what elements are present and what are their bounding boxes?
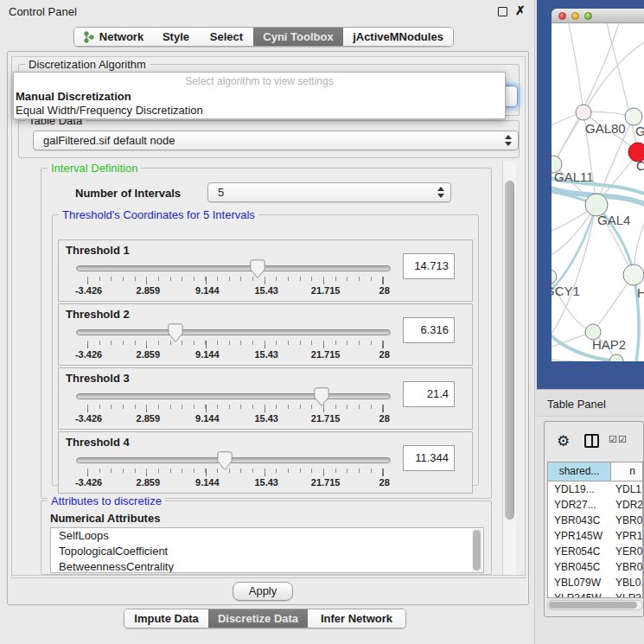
horizontal-scrollbar-thumb[interactable] xyxy=(549,602,637,609)
table-row[interactable]: YLR345WYLR3... xyxy=(548,590,642,598)
tab-style[interactable]: Style xyxy=(152,28,200,46)
node-attribute-table[interactable]: shared... n YDL19...YDL1... YDR27...YDR2… xyxy=(547,462,643,598)
list-item[interactable]: SelfLoops xyxy=(51,528,483,544)
network-window-titlebar[interactable] xyxy=(552,9,644,23)
threshold-label: Threshold 2 xyxy=(66,308,130,321)
threshold-slider[interactable]: -3.426 2.859 9.144 15.43 21.715 28 xyxy=(76,263,391,301)
tab-label: jActiveMNodules xyxy=(353,30,443,43)
tick-label: 9.144 xyxy=(195,285,220,296)
tab-discretize-data[interactable]: Discretize Data xyxy=(208,609,308,628)
threshold-value-field[interactable]: 11.344 xyxy=(403,445,455,471)
slider-track[interactable] xyxy=(76,265,391,271)
tick-label: 15.43 xyxy=(254,477,278,488)
select-columns-checkboxes[interactable]: ☑☑ xyxy=(609,434,628,445)
table-row[interactable]: YPR145WYPR1... xyxy=(548,528,642,544)
apply-button[interactable]: Apply xyxy=(233,582,293,601)
mac-close-icon[interactable] xyxy=(558,12,566,20)
vertical-scrollbar-thumb[interactable] xyxy=(505,181,514,520)
numerical-attributes-list[interactable]: SelfLoops TopologicalCoefficient Between… xyxy=(50,527,484,573)
table-panel-titlebar: Table Panel xyxy=(536,389,644,417)
group-title: Threshold's Coordinates for 5 Intervals xyxy=(59,208,258,221)
tick-label: 21.715 xyxy=(311,285,341,296)
threshold-panel: Threshold 3 -3.426 2.859 9.144 15.43 xyxy=(58,367,473,430)
table-panel-title: Table Panel xyxy=(547,398,606,411)
combobox-value: 5 xyxy=(218,186,224,199)
float-window-icon[interactable] xyxy=(498,7,507,16)
list-scrollbar[interactable] xyxy=(472,529,482,572)
dropdown-option-equal-width-frequency[interactable]: Equal Width/Frequency Discretization xyxy=(16,104,203,117)
threshold-slider[interactable]: -3.426 2.859 9.144 15.43 21.715 28 xyxy=(76,327,391,365)
table-row[interactable]: YER054CYER0... xyxy=(548,544,642,559)
tick-label: 21.715 xyxy=(311,413,341,424)
table-row[interactable]: YDR27...YDR2... xyxy=(548,497,642,513)
tick-label: 15.43 xyxy=(254,285,278,296)
slider-scale: -3.426 2.859 9.144 15.43 21.715 28 xyxy=(76,413,391,425)
table-row[interactable]: YBR043CYBR0... xyxy=(548,513,642,528)
node-right-mid[interactable] xyxy=(623,265,644,285)
table-data-combobox[interactable]: galFiltered.sif default node xyxy=(33,131,519,150)
list-item[interactable]: TopologicalCoefficient xyxy=(51,544,483,559)
mac-zoom-icon[interactable] xyxy=(584,12,592,20)
threshold-value-field[interactable]: 14.713 xyxy=(403,253,455,279)
table-header-row: shared... n xyxy=(548,462,642,481)
slider-thumb[interactable] xyxy=(217,451,233,471)
threshold-label: Threshold 3 xyxy=(66,372,130,385)
tick-label: 2.859 xyxy=(137,349,161,360)
slider-track[interactable] xyxy=(76,393,391,399)
tab-infer-network[interactable]: Infer Network xyxy=(308,609,405,628)
slider-track[interactable] xyxy=(76,329,391,335)
tab-label: Cyni Toolbox xyxy=(263,30,333,43)
horizontal-scrollbar[interactable] xyxy=(547,600,643,610)
network-view-window: GAL80 GAL11 GAL4 GCY1 HAP2 G C H xyxy=(537,0,644,389)
threshold-slider[interactable]: -3.426 2.859 9.144 15.43 21.715 28 xyxy=(76,455,391,493)
table-data-group: Table Data galFiltered.sif default node xyxy=(18,120,520,158)
network-canvas[interactable]: GAL80 GAL11 GAL4 GCY1 HAP2 G C H xyxy=(552,23,644,361)
close-icon[interactable]: ✗ xyxy=(515,3,526,17)
table-row[interactable]: YBL079WYBL0... xyxy=(548,575,642,590)
slider-track[interactable] xyxy=(76,457,391,463)
tick-label: 2.859 xyxy=(137,413,161,424)
tab-label: Discretize Data xyxy=(218,612,298,625)
settings-scroll-area: Interval Definition Number of Intervals … xyxy=(14,162,502,575)
column-header-shared-name[interactable]: shared... xyxy=(548,462,611,481)
algorithm-dropdown-popup: Select algorithm to view settings Manual… xyxy=(13,72,506,119)
checkbox-icon[interactable]: ☑ xyxy=(609,434,618,444)
column-header-name[interactable]: n xyxy=(611,462,642,481)
tab-select[interactable]: Select xyxy=(200,28,253,46)
node-gcy1[interactable] xyxy=(552,270,557,284)
tick-label: -3.426 xyxy=(75,477,102,488)
columns-icon[interactable] xyxy=(584,434,599,448)
dropdown-option-manual-discretization[interactable]: Manual Discretization xyxy=(16,90,131,103)
tab-cyni-toolbox[interactable]: Cyni Toolbox xyxy=(253,28,343,46)
cell: YDL19... xyxy=(548,481,611,497)
checkbox-icon[interactable]: ☑ xyxy=(618,434,628,444)
tick-label: 21.715 xyxy=(311,349,341,360)
threshold-value-field[interactable]: 6.316 xyxy=(403,317,455,343)
table-row[interactable]: YDL19...YDL1... xyxy=(548,481,642,497)
slider-thumb[interactable] xyxy=(314,387,329,407)
tab-jactivemnodules[interactable]: jActiveMNodules xyxy=(343,28,453,46)
node-top-right[interactable] xyxy=(625,108,642,125)
number-of-intervals-combobox[interactable]: 5 xyxy=(207,182,451,202)
vertical-scrollbar[interactable] xyxy=(502,162,516,575)
tick-label: 9.144 xyxy=(195,477,220,488)
node-bottom[interactable] xyxy=(609,354,623,361)
mac-minimize-icon[interactable] xyxy=(571,12,579,20)
threshold-label: Threshold 4 xyxy=(66,436,130,449)
list-item[interactable]: BetweennessCentrality xyxy=(51,559,483,573)
tick-label: 2.859 xyxy=(137,285,161,296)
table-row[interactable]: YBR045CYBR0... xyxy=(548,559,642,575)
tab-impute-data[interactable]: Impute Data xyxy=(124,609,208,628)
slider-thumb[interactable] xyxy=(168,323,183,343)
list-scrollbar-thumb[interactable] xyxy=(473,530,481,571)
tab-network[interactable]: Network xyxy=(74,28,152,46)
node-gal80[interactable] xyxy=(576,105,591,120)
threshold-slider[interactable]: -3.426 2.859 9.144 15.43 21.715 28 xyxy=(76,391,391,429)
dropdown-hint: Select algorithm to view settings xyxy=(14,75,505,87)
cell: YBR0... xyxy=(611,559,642,575)
slider-thumb[interactable] xyxy=(250,259,265,279)
tick-label: 28 xyxy=(379,413,390,424)
slider-scale: -3.426 2.859 9.144 15.43 21.715 28 xyxy=(76,349,391,361)
gear-icon[interactable]: ⚙ xyxy=(557,432,570,450)
threshold-value-field[interactable]: 21.4 xyxy=(403,381,455,407)
